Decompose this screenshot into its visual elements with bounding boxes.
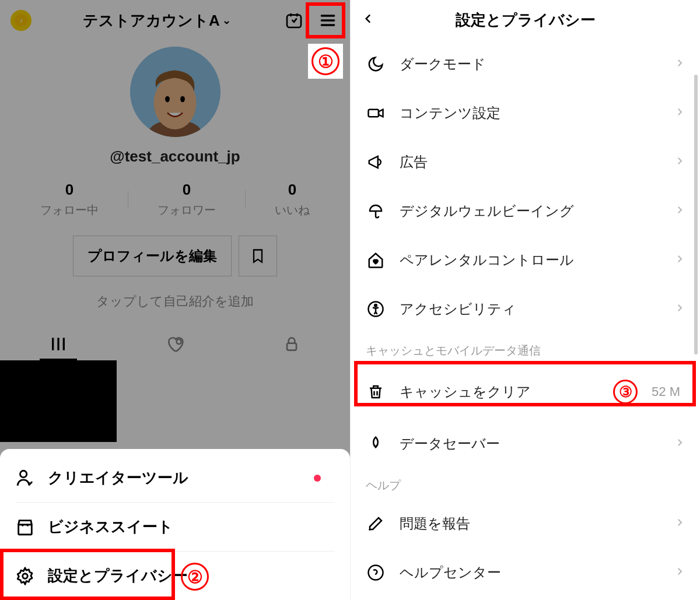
svg-point-7 — [180, 96, 185, 102]
question-icon — [366, 564, 386, 581]
svg-rect-12 — [287, 343, 296, 350]
profile-screen: ♪ テストアカウントA ⌄ ① — [0, 0, 350, 600]
sheet-creator-tools[interactable]: クリエイターツール — [0, 454, 350, 502]
calendar-icon[interactable] — [282, 9, 306, 32]
chevron-right-icon — [674, 437, 685, 450]
chevron-right-icon — [674, 205, 685, 217]
followers-stat[interactable]: 0 フォロワー — [158, 181, 216, 218]
likes-stat[interactable]: 0 いいね — [275, 181, 310, 218]
chevron-right-icon — [674, 517, 685, 530]
annotation-badge-1: ① — [308, 44, 343, 79]
settings-header: 設定とプライバシー — [351, 0, 700, 40]
setting-data-saver[interactable]: データセーバー — [351, 419, 700, 468]
annotation-box-1 — [306, 2, 345, 38]
avatar[interactable] — [130, 47, 220, 137]
chevron-right-icon — [674, 254, 685, 266]
bookmark-button[interactable] — [239, 236, 277, 276]
edit-profile-button[interactable]: プロフィールを編集 — [73, 236, 232, 276]
scrollbar[interactable] — [694, 75, 698, 355]
annotation-box-2 — [0, 549, 175, 600]
tab-grid[interactable] — [0, 328, 117, 360]
sheet-item-label: クリエイターツール — [48, 468, 188, 488]
svg-rect-15 — [369, 110, 379, 117]
setting-accessibility[interactable]: アクセシビリティ — [351, 285, 700, 334]
setting-dark-mode[interactable]: ダークモード — [351, 40, 700, 89]
svg-point-11 — [177, 339, 181, 344]
svg-point-17 — [374, 304, 377, 307]
svg-point-6 — [165, 96, 170, 102]
svg-point-13 — [20, 471, 27, 477]
setting-content[interactable]: コンテンツ設定 — [351, 89, 700, 138]
back-button[interactable] — [362, 13, 381, 27]
tab-private[interactable] — [233, 328, 350, 360]
umbrella-icon — [366, 202, 386, 220]
coin-icon[interactable]: ♪ — [10, 10, 32, 31]
megaphone-icon — [366, 153, 386, 171]
bottom-sheet: クリエイターツール ビジネススイート 設定とプライバシー ② — [0, 449, 350, 600]
accessibility-icon — [366, 300, 386, 318]
setting-parental[interactable]: ペアレンタルコントロール — [351, 236, 700, 285]
tab-liked[interactable] — [117, 328, 233, 360]
video-thumbnail[interactable] — [0, 360, 117, 442]
account-name-label: テストアカウントA — [83, 10, 220, 31]
chevron-down-icon: ⌄ — [222, 14, 231, 27]
account-switcher[interactable]: テストアカウントA ⌄ — [83, 10, 231, 31]
chevron-right-icon — [674, 566, 685, 579]
setting-wellbeing[interactable]: デジタルウェルビーイング — [351, 187, 700, 236]
sheet-business-suite[interactable]: ビジネススイート — [0, 503, 350, 551]
chevron-right-icon — [674, 303, 685, 315]
annotation-badge-2: ② — [181, 563, 209, 591]
settings-title: 設定とプライバシー — [381, 10, 670, 30]
data-saver-icon — [366, 435, 386, 452]
bio-hint[interactable]: タップして自己紹介を追加 — [0, 293, 350, 310]
pencil-icon — [366, 515, 386, 532]
setting-help-center[interactable]: ヘルプセンター — [351, 548, 700, 597]
profile-body: @test_account_jp 0 フォロー中 0 フォロワー 0 いいね — [0, 47, 350, 360]
video-icon — [366, 104, 386, 122]
setting-report-problem[interactable]: 問題を報告 — [351, 499, 700, 548]
top-bar: ♪ テストアカウントA ⌄ — [0, 0, 350, 41]
chevron-right-icon — [674, 107, 685, 120]
sheet-item-label: ビジネススイート — [48, 517, 173, 537]
notification-dot — [314, 475, 321, 482]
username-label[interactable]: @test_account_jp — [0, 148, 350, 166]
moon-icon — [366, 55, 386, 73]
chevron-right-icon — [674, 58, 685, 71]
home-heart-icon — [366, 251, 386, 269]
section-cache: キャッシュとモバイルデータ通信 — [351, 334, 700, 364]
profile-tabs — [0, 328, 350, 360]
stats-row: 0 フォロー中 0 フォロワー 0 いいね — [0, 181, 350, 218]
chevron-right-icon — [674, 156, 685, 169]
setting-ads[interactable]: 広告 — [351, 138, 700, 187]
annotation-box-3 — [354, 361, 696, 406]
settings-screen: 設定とプライバシー ダークモード コンテンツ設定 広告 デジタルウェルビーイング… — [350, 0, 700, 600]
following-stat[interactable]: 0 フォロー中 — [40, 181, 99, 218]
svg-point-5 — [154, 76, 197, 129]
section-help: ヘルプ — [351, 468, 700, 499]
